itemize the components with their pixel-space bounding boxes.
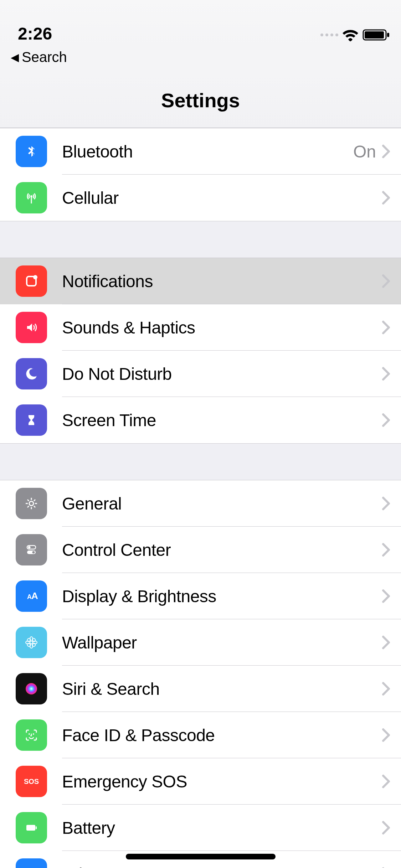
back-triangle-icon: ◀ <box>11 52 19 63</box>
row-label: Bluetooth <box>62 142 353 161</box>
back-to-search[interactable]: ◀ Search <box>0 47 401 74</box>
hourglass-icon <box>16 404 47 436</box>
back-label: Search <box>22 49 67 65</box>
row-label: Battery <box>62 818 382 838</box>
chevron-right-icon <box>382 413 390 427</box>
faceid-icon <box>16 719 47 751</box>
row-value: On <box>353 142 376 161</box>
settings-group: GeneralControl CenterDisplay & Brightnes… <box>0 480 401 868</box>
battery-icon <box>16 812 47 843</box>
notifications-icon <box>16 265 47 297</box>
moon-icon <box>16 358 47 389</box>
row-wallpaper[interactable]: Wallpaper <box>0 619 401 666</box>
row-faceid[interactable]: Face ID & Passcode <box>0 712 401 758</box>
text-size-icon <box>16 580 47 612</box>
toggles-icon <box>16 534 47 565</box>
wifi-icon <box>342 29 359 41</box>
row-notifications[interactable]: Notifications <box>0 258 401 304</box>
row-label: Notifications <box>62 272 382 291</box>
chevron-right-icon <box>382 496 390 511</box>
status-time: 2:26 <box>18 24 52 43</box>
gear-icon <box>16 488 47 519</box>
flower-icon <box>16 627 47 658</box>
status-bar: 2:26 <box>0 0 401 47</box>
row-sounds[interactable]: Sounds & Haptics <box>0 304 401 351</box>
siri-icon <box>16 673 47 704</box>
row-display[interactable]: Display & Brightness <box>0 573 401 619</box>
chevron-right-icon <box>382 821 390 835</box>
row-label: Sounds & Haptics <box>62 318 382 337</box>
cellular-dots-icon <box>320 33 338 36</box>
svg-rect-1 <box>365 31 384 38</box>
chevron-right-icon <box>382 682 390 696</box>
row-label: Emergency SOS <box>62 772 382 791</box>
home-indicator[interactable] <box>126 854 276 859</box>
row-bluetooth[interactable]: BluetoothOn <box>0 128 401 175</box>
page-title: Settings <box>0 89 401 112</box>
row-label: Wallpaper <box>62 633 382 652</box>
row-label: Siri & Search <box>62 679 382 699</box>
row-screentime[interactable]: Screen Time <box>0 397 401 443</box>
sounds-icon <box>16 312 47 343</box>
row-label: General <box>62 494 382 513</box>
chevron-right-icon <box>382 774 390 789</box>
settings-group: BluetoothOnCellular <box>0 128 401 221</box>
page-header: Settings <box>0 74 401 128</box>
cellular-icon <box>16 182 47 213</box>
row-label: Display & Brightness <box>62 587 382 606</box>
row-label: Cellular <box>62 188 382 208</box>
chevron-right-icon <box>382 191 390 205</box>
chevron-right-icon <box>382 543 390 557</box>
row-label: Control Center <box>62 540 382 560</box>
row-sos[interactable]: Emergency SOS <box>0 758 401 805</box>
hand-icon <box>16 858 47 868</box>
sos-icon <box>16 766 47 797</box>
row-label: Do Not Disturb <box>62 364 382 384</box>
svg-rect-2 <box>387 33 389 37</box>
settings-group: NotificationsSounds & HapticsDo Not Dist… <box>0 258 401 444</box>
row-cellular[interactable]: Cellular <box>0 175 401 221</box>
chevron-right-icon <box>382 728 390 742</box>
battery-status-icon <box>363 29 390 41</box>
row-siri[interactable]: Siri & Search <box>0 666 401 712</box>
chevron-right-icon <box>382 589 390 603</box>
row-label: Privacy <box>62 864 382 868</box>
chevron-right-icon <box>382 274 390 288</box>
row-general[interactable]: General <box>0 480 401 527</box>
row-label: Screen Time <box>62 410 382 430</box>
row-dnd[interactable]: Do Not Disturb <box>0 351 401 397</box>
row-label: Face ID & Passcode <box>62 725 382 745</box>
bluetooth-icon <box>16 136 47 167</box>
chevron-right-icon <box>382 320 390 335</box>
chevron-right-icon <box>382 144 390 159</box>
chevron-right-icon <box>382 367 390 381</box>
chevron-right-icon <box>382 635 390 650</box>
row-controlcenter[interactable]: Control Center <box>0 527 401 573</box>
row-battery[interactable]: Battery <box>0 805 401 851</box>
